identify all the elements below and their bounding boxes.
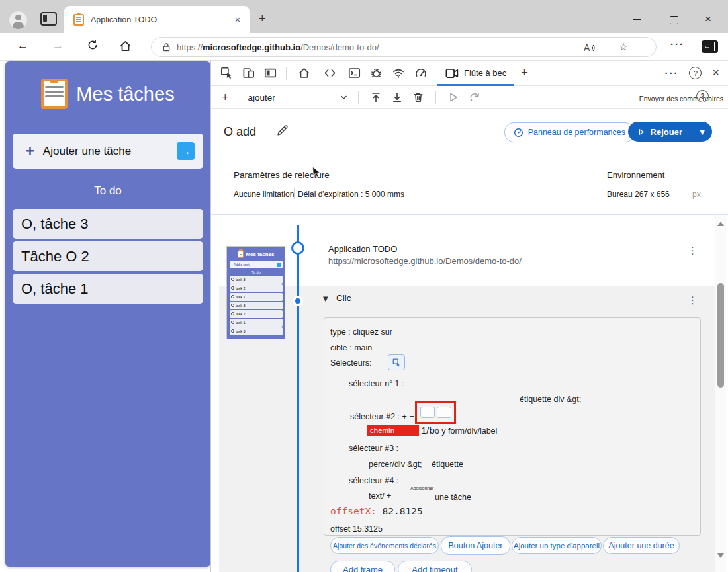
selector2-field[interactable] xyxy=(420,407,435,418)
step-details-box: type : cliquez sur cible : main Sélecteu… xyxy=(324,317,701,536)
add-duration-button[interactable]: Ajouter une durée xyxy=(603,537,680,554)
browser-tab[interactable]: Application TODO × xyxy=(64,6,250,33)
step-page-url[interactable]: https://microsoftedge.github.io/Demos/de… xyxy=(328,256,522,266)
offsetx-row: offsetX: 82.8125 xyxy=(330,506,423,516)
import-icon[interactable] xyxy=(370,91,382,103)
recording-timeline: Mes tâches + Add a task To do task 3 tas… xyxy=(211,215,728,572)
performance-gauge-icon[interactable] xyxy=(414,67,428,79)
task-item[interactable]: O, tâche 1 xyxy=(13,274,203,304)
replay-caret-icon[interactable]: ▼ xyxy=(692,122,712,142)
browser-navbar: ← → https://microsoftedge.github.io/Demo… xyxy=(0,33,728,61)
more-options-icon[interactable]: ··· xyxy=(670,38,684,50)
url-text[interactable]: https://microsoftedge.github.io/Demos/de… xyxy=(177,42,379,52)
step-label[interactable]: Clic xyxy=(336,293,351,303)
task-item[interactable]: Tâche O 2 xyxy=(13,241,203,271)
submit-arrow-icon[interactable]: → xyxy=(177,142,195,160)
device-emulation-icon[interactable] xyxy=(242,67,255,79)
add-recording-icon[interactable]: + xyxy=(222,91,229,104)
home-icon[interactable] xyxy=(119,40,132,52)
network-throttle-value[interactable]: Aucune limitation xyxy=(234,190,294,199)
lock-icon[interactable] xyxy=(162,42,171,52)
welcome-home-icon[interactable] xyxy=(298,67,310,79)
scrollbar-thumb[interactable] xyxy=(717,283,724,388)
refresh-icon[interactable] xyxy=(87,39,99,51)
selectors-inspect-icon[interactable] xyxy=(388,354,405,370)
task-list: O, tâche 3 Tâche O 2 O, tâche 1 xyxy=(5,209,210,304)
step-kebab-icon[interactable]: ⋮ xyxy=(688,294,698,306)
browser-window: Application TODO × + × ← → https://micro… xyxy=(0,0,728,572)
clipboard-favicon xyxy=(73,14,84,26)
selector4-sup: Additionner xyxy=(410,486,433,491)
add-task-button[interactable]: + Ajouter une tâche → xyxy=(13,134,203,169)
environment-title: Environnement xyxy=(607,170,664,180)
replay-settings: Paramètres de relecture Aucune limitatio… xyxy=(211,155,728,215)
delete-icon[interactable] xyxy=(412,91,424,103)
add-tab-icon[interactable]: + xyxy=(521,66,528,80)
scrollbar-track[interactable] xyxy=(715,215,726,572)
task-item[interactable]: O, tâche 3 xyxy=(13,209,203,239)
devtools-more-icon[interactable]: ··· xyxy=(664,67,678,79)
performance-panel-button[interactable]: Panneau de performances xyxy=(504,122,635,142)
recording-select[interactable]: ajouter xyxy=(243,93,351,102)
inspect-icon[interactable] xyxy=(220,67,233,79)
thumb-title: Mes tâches xyxy=(246,251,274,257)
new-tab-icon[interactable]: + xyxy=(259,12,266,26)
detail-selectors-label: Sélecteurs: xyxy=(330,358,372,368)
devtools-help-icon[interactable]: ? xyxy=(689,67,702,79)
step-kebab-icon[interactable]: ⋮ xyxy=(688,245,698,257)
close-icon[interactable]: × xyxy=(705,13,711,26)
collapse-triangle-icon[interactable]: ▼ xyxy=(323,295,328,302)
maximize-icon[interactable] xyxy=(670,16,678,24)
devtools-panel: Flûte à bec + ··· ? × + ajouter xyxy=(210,61,728,572)
timeline-node-navigate[interactable] xyxy=(291,241,304,255)
feedback-help-icon[interactable]: ? xyxy=(696,90,709,102)
selector2-field[interactable] xyxy=(437,407,451,418)
edit-pencil-icon[interactable] xyxy=(276,124,289,137)
tab-close-icon[interactable]: × xyxy=(235,15,240,25)
todo-app-panel: Mes tâches + Ajouter une tâche → To do O… xyxy=(5,61,210,567)
select-chevron-icon xyxy=(340,95,347,100)
list-label: To do xyxy=(5,184,210,198)
replay-button[interactable]: Rejouer xyxy=(628,122,692,142)
tab-title: Application TODO xyxy=(91,15,235,24)
forward-icon[interactable]: → xyxy=(52,39,64,52)
add-timeout-button[interactable]: Add timeout xyxy=(398,561,472,572)
step-page-title: Application TODO xyxy=(328,244,397,254)
scrollbar-up-icon[interactable] xyxy=(717,222,724,226)
scrollbar-down-icon[interactable] xyxy=(717,553,724,558)
todo-app-title: Mes tâches xyxy=(76,83,174,105)
svg-text:A: A xyxy=(584,42,590,53)
recorder-tab-label: Flûte à bec xyxy=(464,68,506,78)
step-screenshot-thumbnail[interactable]: Mes tâches + Add a task To do task 3 tas… xyxy=(226,246,285,339)
sidebar-panel-icon[interactable]: ← xyxy=(702,40,718,53)
cursor-pointer-icon xyxy=(312,167,321,177)
tab-layout-icon[interactable] xyxy=(40,12,57,26)
replay-button-group: Rejouer ▼ xyxy=(628,122,712,142)
profile-avatar-icon[interactable] xyxy=(9,11,27,29)
network-wifi-icon[interactable] xyxy=(392,67,405,79)
console-icon[interactable] xyxy=(348,67,361,79)
environment-value[interactable]: Bureau 267 x 656 xyxy=(607,190,670,199)
timeline-node-click[interactable] xyxy=(293,296,303,306)
todo-app-header: Mes tâches xyxy=(5,79,210,109)
recording-header: O add Panneau de performances xyxy=(211,109,728,155)
add-declared-events-button[interactable]: Ajouter des événements déclarés xyxy=(330,537,439,554)
address-bar[interactable]: https://microsoftedge.github.io/Demos/de… xyxy=(151,37,657,57)
add-device-type-button[interactable]: Ajouter un type d'appareil xyxy=(512,537,602,554)
add-button-button[interactable]: Bouton Ajouter xyxy=(441,536,510,555)
environment-unit: px xyxy=(692,190,701,199)
export-icon[interactable] xyxy=(391,91,403,103)
selector2-value: 1/bo y form/div/label xyxy=(421,425,497,436)
favorite-star-icon[interactable]: ☆ xyxy=(619,40,628,53)
timeout-value[interactable]: Délai d'expiration : 5 000 mms xyxy=(298,190,404,199)
read-aloud-icon[interactable]: A xyxy=(583,42,598,54)
minimize-icon[interactable] xyxy=(633,19,641,20)
source-code-icon[interactable] xyxy=(323,67,337,79)
add-frame-button[interactable]: Add frame xyxy=(330,561,395,572)
feedback-area[interactable]: Envoyer des commentaires ? xyxy=(625,89,725,106)
back-icon[interactable]: ← xyxy=(17,39,28,52)
devtools-close-icon[interactable]: × xyxy=(712,66,719,80)
debug-bug-icon[interactable] xyxy=(370,67,383,79)
tab-recorder[interactable]: Flûte à bec xyxy=(437,61,514,86)
dock-panel-icon[interactable] xyxy=(264,67,277,79)
